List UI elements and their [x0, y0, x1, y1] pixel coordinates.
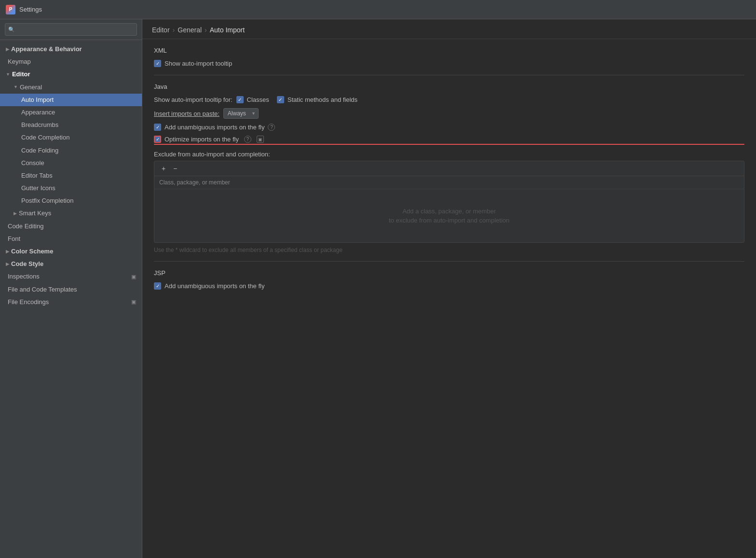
- sidebar-item-keymap[interactable]: Keymap: [0, 56, 142, 68]
- breadcrumb-general: General: [178, 26, 202, 34]
- sidebar-item-gutter-icons[interactable]: Gutter Icons: [0, 182, 142, 195]
- content-body: XML Show auto-import tooltip Java Show a…: [142, 39, 756, 558]
- main-layout: 🔍 ▶ Appearance & Behavior Keymap ▼ Edito…: [0, 19, 756, 558]
- exclude-placeholder-1: Add a class, package, or member: [402, 208, 496, 215]
- insert-imports-select[interactable]: Always Ask Never: [223, 108, 259, 119]
- static-checkbox-wrap: Static methods and fields: [277, 96, 357, 103]
- xml-show-tooltip-label: Show auto-import tooltip: [165, 60, 232, 67]
- sidebar-item-code-folding[interactable]: Code Folding: [0, 144, 142, 157]
- static-checkbox[interactable]: [277, 96, 284, 103]
- sidebar-item-font[interactable]: Font: [0, 233, 142, 245]
- tooltip-for-label: Show auto-import tooltip for:: [154, 96, 233, 103]
- classes-checkbox-wrap: Classes: [236, 96, 269, 103]
- exclude-placeholder-2: to exclude from auto-import and completi…: [389, 217, 509, 224]
- java-tooltip-row: Show auto-import tooltip for: Classes St…: [154, 96, 744, 103]
- inspections-badge: ▣: [131, 273, 136, 280]
- jsp-unambiguous-row: Add unambiguous imports on the fly: [154, 282, 744, 290]
- sidebar-item-file-templates[interactable]: File and Code Templates: [0, 283, 142, 296]
- classes-label: Classes: [247, 96, 269, 103]
- encodings-badge: ▣: [131, 298, 136, 306]
- exclude-box: + − Class, package, or member Add a clas…: [154, 161, 744, 243]
- unambiguous-imports-row: Add unambiguous imports on the fly ?: [154, 124, 744, 131]
- exclude-body: Add a class, package, or member to exclu…: [154, 189, 744, 242]
- breadcrumb: Editor › General › Auto Import: [142, 19, 756, 39]
- sidebar: 🔍 ▶ Appearance & Behavior Keymap ▼ Edito…: [0, 19, 142, 558]
- sidebar-item-postfix-completion[interactable]: Postfix Completion: [0, 195, 142, 207]
- window-title: Settings: [19, 6, 42, 13]
- jsp-section-title: JSP: [154, 269, 744, 277]
- static-label: Static methods and fields: [288, 96, 357, 103]
- breadcrumb-sep-2: ›: [205, 26, 207, 34]
- app-icon: P: [6, 5, 15, 14]
- unambiguous-help-icon[interactable]: ?: [268, 124, 275, 131]
- content-panel: Editor › General › Auto Import XML Show …: [142, 19, 756, 558]
- search-icon: 🔍: [8, 27, 15, 33]
- nav-list: ▶ Appearance & Behavior Keymap ▼ Editor …: [0, 40, 142, 311]
- sidebar-item-color-scheme[interactable]: ▶ Color Scheme: [0, 245, 142, 258]
- insert-imports-select-wrap: Always Ask Never ▼: [223, 108, 259, 119]
- sidebar-item-breadcrumbs[interactable]: Breadcrumbs: [0, 119, 142, 131]
- sidebar-item-code-completion[interactable]: Code Completion: [0, 131, 142, 144]
- optimize-imports-label: Optimize imports on the fly: [165, 136, 239, 143]
- jsp-unambiguous-label: Add unambiguous imports on the fly: [165, 282, 264, 290]
- exclude-section: Exclude from auto-import and completion:…: [154, 151, 744, 253]
- sidebar-item-code-style[interactable]: ▶ Code Style: [0, 258, 142, 270]
- sidebar-item-inspections[interactable]: Inspections ▣: [0, 270, 142, 283]
- unambiguous-imports-label: Add unambiguous imports on the fly: [165, 124, 264, 131]
- breadcrumb-editor: Editor: [152, 26, 170, 34]
- optimize-imports-wrap: Optimize imports on the fly ? ▣: [154, 136, 264, 143]
- sidebar-item-file-encodings[interactable]: File Encodings ▣: [0, 296, 142, 308]
- sidebar-item-editor-tabs[interactable]: Editor Tabs: [0, 169, 142, 182]
- remove-exclude-button[interactable]: −: [170, 163, 180, 174]
- xml-show-tooltip-checkbox[interactable]: [154, 60, 161, 67]
- optimize-imports-checkbox[interactable]: [154, 136, 161, 143]
- sidebar-item-auto-import[interactable]: Auto Import: [0, 94, 142, 106]
- optimize-help-icon[interactable]: ?: [244, 136, 251, 143]
- chevron-right-icon-style: ▶: [6, 261, 9, 267]
- breadcrumb-auto-import: Auto Import: [210, 26, 245, 34]
- chevron-right-icon: ▶: [6, 46, 9, 53]
- sidebar-item-smart-keys[interactable]: ▶ Smart Keys: [0, 207, 142, 220]
- sidebar-item-code-editing[interactable]: Code Editing: [0, 220, 142, 233]
- sidebar-item-general[interactable]: ▼ General: [0, 81, 142, 94]
- search-bar: 🔍: [0, 19, 142, 40]
- exclude-toolbar: + −: [154, 161, 744, 176]
- optimize-copy-icon[interactable]: ▣: [257, 136, 264, 143]
- xml-show-tooltip-row: Show auto-import tooltip: [154, 60, 744, 67]
- java-jsp-divider: [154, 261, 744, 262]
- chevron-down-icon-general: ▼: [14, 84, 18, 90]
- java-section-title: Java: [154, 83, 744, 90]
- exclude-column-header: Class, package, or member: [154, 176, 744, 189]
- annotation-underline: [154, 144, 744, 145]
- sidebar-item-console[interactable]: Console: [0, 157, 142, 169]
- chevron-right-icon-color: ▶: [6, 249, 9, 255]
- jsp-unambiguous-checkbox[interactable]: [154, 282, 161, 290]
- sidebar-item-editor[interactable]: ▼ Editor: [0, 68, 142, 81]
- chevron-right-icon-smart-keys: ▶: [14, 210, 17, 217]
- add-exclude-button[interactable]: +: [158, 163, 169, 174]
- breadcrumb-sep-1: ›: [173, 26, 175, 34]
- sidebar-item-appearance[interactable]: Appearance: [0, 106, 142, 119]
- xml-java-divider: [154, 75, 744, 75]
- xml-section-title: XML: [154, 47, 744, 54]
- sidebar-item-appearance-behavior[interactable]: ▶ Appearance & Behavior: [0, 43, 142, 56]
- search-input[interactable]: [5, 23, 137, 36]
- insert-imports-label: Insert imports on paste:: [154, 110, 220, 117]
- unambiguous-imports-checkbox[interactable]: [154, 124, 161, 131]
- titlebar: P Settings: [0, 0, 756, 19]
- chevron-down-icon: ▼: [6, 71, 10, 78]
- optimize-imports-row: Optimize imports on the fly ? ▣: [154, 136, 744, 143]
- wildcard-hint: Use the * wildcard to exclude all member…: [154, 247, 744, 253]
- classes-checkbox[interactable]: [236, 96, 244, 103]
- insert-imports-row: Insert imports on paste: Always Ask Neve…: [154, 108, 744, 119]
- exclude-label: Exclude from auto-import and completion:: [154, 151, 744, 158]
